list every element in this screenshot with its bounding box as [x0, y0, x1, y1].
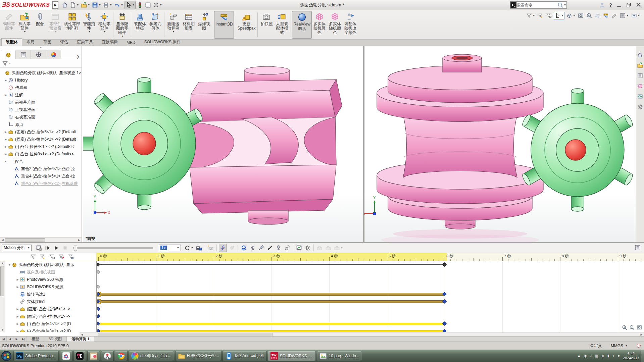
key-diamond[interactable] [442, 262, 447, 267]
taskpane-properties-icon[interactable] [637, 104, 643, 110]
ribbon-button-13[interactable]: 新建运 动算例▼ [165, 11, 181, 39]
timeline-ruler[interactable]: 0 秒1 秒2 秒3 秒4 秒5 秒6 秒7 秒8 秒9 秒 [0, 253, 644, 261]
sheet-nav-1[interactable]: ◀ [7, 337, 13, 342]
play-from-start-button[interactable] [44, 244, 51, 252]
tab-configuration-manager[interactable] [31, 50, 46, 59]
filter-selected-icon[interactable] [58, 254, 64, 260]
ribbon-button-27[interactable]: 装配体 随机改 变颜色 [343, 11, 358, 39]
top-toolbar-icon-8[interactable] [602, 12, 609, 19]
expand-icon[interactable]: ▶ [15, 308, 20, 311]
start-button[interactable] [1, 351, 11, 361]
time-bar[interactable] [98, 261, 99, 337]
minimize-button[interactable] [616, 2, 622, 8]
ribbon-button-17[interactable]: Instant3D [214, 11, 234, 39]
search-input[interactable] [516, 3, 557, 7]
stop-button[interactable] [61, 244, 69, 252]
properties-button[interactable] [144, 1, 152, 9]
tray-icon-3[interactable]: ▦ [595, 354, 598, 358]
ribbon-button-19[interactable]: 更新 Speedpak [236, 11, 256, 39]
taskbar-photoshop[interactable]: PsAdobe Photosh... [13, 351, 59, 361]
study-tab-0[interactable]: 模型 [27, 337, 44, 342]
tray-icon-5[interactable]: ▮ [607, 354, 609, 358]
top-toolbar-icon-2[interactable] [545, 12, 552, 19]
motion-tree-item-8[interactable]: ▶(-) 凸台-拉伸4<1> ->? (D [0, 320, 96, 327]
timeline-bar-line[interactable] [98, 264, 445, 265]
dropdown-icon[interactable]: ▼ [110, 4, 112, 6]
command-tab-4[interactable]: 渲染工具 [72, 38, 97, 46]
tab-display-manager[interactable] [46, 50, 61, 59]
expand-icon[interactable]: ▶ [15, 315, 20, 318]
tree-item-5[interactable]: 右视基准面 [0, 113, 82, 121]
top-toolbar-icon-1[interactable] [537, 12, 544, 19]
restore-button[interactable] [626, 2, 632, 8]
command-tab-5[interactable]: 直接编辑 [97, 38, 122, 46]
timeline-bar-yellow[interactable] [98, 323, 445, 325]
study-tab-1[interactable]: 3D 视图 [44, 337, 67, 342]
tree-track-splitter[interactable] [96, 261, 97, 337]
undo-button[interactable]: ▼ [113, 1, 124, 9]
gravity-button[interactable] [275, 244, 282, 252]
ribbon-button-11[interactable]: 参考几 何体 [148, 11, 163, 39]
taskbar-capture-app[interactable] [73, 351, 86, 361]
slider-knob[interactable] [74, 246, 77, 251]
dropdown-icon[interactable]: ▼ [88, 4, 90, 6]
taskbar-notes-app[interactable] [87, 351, 100, 361]
taskpane-scene-icon[interactable] [637, 94, 643, 99]
command-tab-0[interactable]: 装配体 [1, 38, 22, 46]
timeline-zoom-out-icon[interactable] [629, 325, 635, 330]
tray-icon-6[interactable]: ◐ [612, 354, 615, 358]
tab-property-manager[interactable] [16, 50, 31, 59]
autokey-button[interactable] [219, 244, 227, 252]
performance-button[interactable] [136, 1, 144, 9]
ribbon-button-14[interactable]: 材料明 细表 [181, 11, 196, 39]
motionmanager-collapse-icon[interactable] [635, 245, 641, 251]
study-type-select[interactable]: Motion 分析▼ [2, 245, 32, 251]
calculate-button[interactable] [35, 244, 43, 252]
tray-icon-7[interactable]: ● [617, 354, 620, 358]
scroll-left-arrow[interactable]: ◀ [0, 238, 5, 242]
expand-icon[interactable]: ▼ [7, 263, 12, 266]
motion-tree-item-7[interactable]: ▶(固定) 凸台-拉伸6<1> -> [0, 313, 96, 320]
tree-item-14[interactable]: 重合3 (凸台-拉伸3<1>,右视基准 [0, 180, 82, 187]
show-desktop-button[interactable] [641, 350, 644, 362]
tree-item-8[interactable]: ▶(固定) 凸台-拉伸6<1> ->? (Default [0, 136, 82, 143]
playback-mode-button[interactable]: ▼ [184, 244, 194, 252]
tree-item-2[interactable]: ▶注解 [0, 91, 82, 99]
ribbon-button-2[interactable]: 配合 [32, 11, 48, 39]
feature-tree-hscrollbar[interactable]: ◀ ▶ [0, 237, 82, 242]
tree-item-10[interactable]: ▶(-) 凸台-拉伸3<1> ->? (Default<< [0, 150, 82, 158]
timeline-zoom-fit-icon[interactable] [637, 325, 642, 330]
scroll-right-arrow[interactable]: ▶ [77, 238, 82, 242]
expand-icon[interactable]: ▶ [3, 153, 8, 156]
scroll-thumb[interactable] [5, 238, 45, 242]
sim-setup-button[interactable] [316, 244, 323, 252]
filter-results-icon[interactable] [68, 254, 74, 260]
ribbon-button-1[interactable]: 插入零 部件▼ [17, 11, 32, 39]
expand-icon[interactable]: ▶ [15, 330, 20, 332]
filter-icon[interactable] [2, 60, 8, 66]
command-tab-7[interactable]: SOLIDWORKS 插件 [140, 38, 185, 46]
sheet-nav-2[interactable]: ▶ [13, 337, 20, 342]
tree-item-13[interactable]: 重合4 (凸台-拉伸5<1>,凸台-拉 [0, 172, 82, 180]
tree-item-4[interactable]: 上视基准面 [0, 106, 82, 113]
dropdown-icon[interactable]: ▼ [77, 4, 79, 6]
motion-tree-item-1[interactable]: 视向及相机视图 [0, 268, 96, 276]
dropdown-icon[interactable]: ▼ [121, 35, 124, 37]
tray-icon-2[interactable]: ♪ [590, 354, 592, 358]
filter-animated-icon[interactable] [40, 254, 46, 260]
print-button[interactable]: ▼ [102, 1, 113, 9]
expand-icon[interactable]: ▶ [3, 79, 8, 82]
sheet-nav-3[interactable]: ▶| [20, 337, 27, 342]
taskpane-explorer-icon[interactable] [637, 73, 643, 79]
command-tab-2[interactable]: 草图 [39, 38, 56, 46]
expand-icon[interactable]: ▼ [3, 160, 8, 163]
dropdown-icon[interactable]: ▼ [24, 31, 26, 33]
taskbar-snip-tool[interactable] [101, 351, 114, 361]
taskbar-solidworks[interactable]: SW2019SOLIDWORKS P... [268, 351, 316, 361]
animation-wizard-button[interactable] [207, 244, 214, 252]
expand-icon[interactable]: ▶ [3, 138, 8, 141]
command-tab-6[interactable]: MBD [122, 39, 140, 46]
motion-tree-vscrollbar[interactable]: ▲ ▼ [0, 261, 5, 332]
motion-tree-item-9[interactable]: ▶(-) 凸台-拉伸3<1> ->? (D [0, 327, 96, 332]
sim-import-button[interactable]: ▼ [333, 244, 344, 252]
